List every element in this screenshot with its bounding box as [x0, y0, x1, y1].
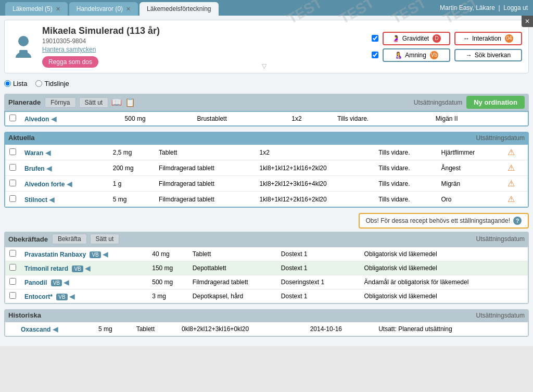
- obekraftade-section: Obekräftade Bekräfta Sätt ut Utsättnings…: [4, 232, 529, 304]
- satt-ut-obekraftade-button[interactable]: Sätt ut: [90, 234, 120, 244]
- amning-badge: Vb: [430, 51, 438, 59]
- tab-handelsvaror[interactable]: Handelsvaror (0) ✕: [69, 2, 138, 16]
- bekrafta-button[interactable]: Bekräfta: [52, 234, 87, 244]
- row-checkbox[interactable]: [9, 292, 16, 299]
- drug-name[interactable]: Entocort*: [24, 293, 53, 300]
- collapse-arrow-icon[interactable]: ▽: [262, 62, 266, 70]
- drug-name[interactable]: Oxascand: [21, 326, 50, 333]
- graviditet-button[interactable]: 🤰 Graviditet D: [383, 32, 450, 45]
- vb-badge: VB: [72, 265, 83, 272]
- user-info: Martin Easy, Läkare | Logga ut: [440, 4, 528, 11]
- row-checkbox[interactable]: [9, 180, 16, 186]
- interaktion-icon: ↔: [463, 35, 469, 42]
- warning-icon: ⚠: [507, 148, 515, 157]
- tab-lakemedelsforteckning[interactable]: Läkemedelsförteckning: [139, 2, 218, 16]
- drug-name[interactable]: Trimonil retard: [24, 265, 68, 272]
- table-row: Alvedon ◀ 500 mg Brustablett 1x2 Tills v…: [5, 112, 528, 125]
- tab-close-icon[interactable]: ✕: [56, 6, 60, 12]
- warning-icon: ⚠: [507, 179, 515, 188]
- arrow-icon: ◀: [67, 180, 72, 188]
- interaktion-button[interactable]: ↔ Interaktion 04: [454, 32, 522, 45]
- patient-name: Mikaela Simulerad (113 år): [42, 26, 160, 36]
- planerade-controls: Förnya Sätt ut 📖 📋: [45, 97, 410, 108]
- drug-name[interactable]: Waran: [24, 149, 43, 157]
- aktuella-table: Waran ◀ 2,5 mg Tablett 1x2 Tills vidare.…: [5, 145, 528, 207]
- obekraftade-controls: Bekräfta Sätt ut: [52, 234, 472, 244]
- ny-ordination-button[interactable]: Ny ordination: [466, 96, 525, 109]
- arrow-icon: ◀: [85, 264, 91, 272]
- tidslinje-radio-label[interactable]: Tidslinje: [35, 80, 69, 87]
- baby-icon: 🤰: [392, 35, 400, 42]
- table-row: Oxascand ◀ 5 mg Tablett 0kl8+2kl12+3kl16…: [5, 322, 528, 336]
- close-panel-button[interactable]: ✕: [522, 16, 533, 27]
- svg-rect-1: [19, 50, 28, 57]
- drug-name[interactable]: Brufen: [24, 165, 45, 172]
- logout-link[interactable]: Logga ut: [503, 4, 528, 11]
- obekraftade-table: Pravastatin Ranbaxy VB ◀ 40 mg Tablett D…: [5, 247, 528, 303]
- row-checkbox[interactable]: [9, 250, 16, 257]
- arrow-icon: ◀: [53, 325, 58, 333]
- sok-biverkan-button[interactable]: → Sök biverkan: [454, 49, 522, 61]
- arrow-icon: ◀: [103, 250, 108, 258]
- obs-help-icon[interactable]: ?: [513, 217, 522, 225]
- obs-notice: Obs! För dessa recept behövs ett ställni…: [359, 213, 529, 229]
- search-icon: →: [466, 52, 472, 59]
- warning-icon: ⚠: [507, 195, 515, 204]
- amning-checkbox[interactable]: [372, 52, 378, 58]
- amning-icon: 🤱: [395, 52, 402, 59]
- table-row: Brufen ◀ 200 mg Filmdragerad tablett 1kl…: [5, 160, 528, 176]
- row-checkbox[interactable]: [9, 264, 16, 271]
- row-checkbox[interactable]: [9, 115, 16, 121]
- drug-name[interactable]: Alvedon forte: [24, 181, 65, 188]
- amning-row: 🤱 Amning Vb → Sök biverkan: [372, 48, 522, 62]
- historiska-table: Oxascand ◀ 5 mg Tablett 0kl8+2kl12+3kl16…: [5, 322, 528, 336]
- obekraftade-right: Utsättningsdatum: [476, 235, 525, 243]
- export-icon[interactable]: 📋: [125, 97, 135, 107]
- table-row: Panodil VB ◀ 500 mg Filmdragerad tablett…: [5, 275, 528, 289]
- samtycken-link[interactable]: Hantera samtycken: [42, 46, 96, 53]
- regga-som-dos-button[interactable]: Regga som dos: [42, 56, 98, 68]
- amning-button[interactable]: 🤱 Amning Vb: [383, 48, 450, 62]
- planerade-right: Utsättningsdatum Ny ordination: [414, 96, 525, 109]
- book-icon[interactable]: 📖: [111, 97, 122, 107]
- aktuella-header: Aktuella Utsättningsdatum: [4, 132, 529, 144]
- patient-icon: [11, 33, 36, 60]
- table-row: Pravastatin Ranbaxy VB ◀ 40 mg Tablett D…: [5, 247, 528, 261]
- obekraftade-label: Obekräftade: [8, 235, 48, 243]
- lista-radio-label[interactable]: Lista: [4, 80, 27, 87]
- row-checkbox[interactable]: [9, 278, 16, 285]
- vb-badge: VB: [51, 280, 62, 286]
- row-checkbox[interactable]: [9, 148, 16, 155]
- row-checkbox[interactable]: [9, 195, 16, 202]
- graviditet-checkbox[interactable]: [372, 35, 378, 42]
- tab-bar: Läkemedel (5) ✕ Handelsvaror (0) ✕ Läkem…: [5, 0, 220, 16]
- obekraftade-notice-area: Obs! För dessa recept behövs ett ställni…: [4, 213, 529, 232]
- historiska-header: Historiska Utsättningsdatum: [4, 309, 529, 321]
- tab-close-icon[interactable]: ✕: [126, 6, 131, 12]
- svg-point-0: [18, 36, 29, 46]
- tab-lakemedel[interactable]: Läkemedel (5) ✕: [5, 2, 68, 16]
- arrow-icon: ◀: [51, 115, 57, 123]
- table-row: Trimonil retard VB ◀ 150 mg Depottablett…: [5, 261, 528, 275]
- drug-name[interactable]: Stilnoct: [24, 196, 47, 204]
- drug-name[interactable]: Panodil: [24, 279, 47, 286]
- main-content: Mikaela Simulerad (113 år) 19010305-9804…: [0, 16, 533, 346]
- table-row: Stilnoct ◀ 5 mg Filmdragerad tablett 1kl…: [5, 192, 528, 207]
- graviditet-row: 🤰 Graviditet D ↔ Interaktion 04: [372, 32, 522, 45]
- satt-ut-button[interactable]: Sätt ut: [79, 97, 109, 108]
- planerade-table: Alvedon ◀ 500 mg Brustablett 1x2 Tills v…: [5, 112, 528, 125]
- aktuella-label: Aktuella: [8, 134, 35, 142]
- historiska-right: Utsättningsdatum: [476, 312, 525, 319]
- fornya-button[interactable]: Förnya: [45, 97, 75, 108]
- row-checkbox[interactable]: [9, 164, 16, 171]
- historiska-section: Historiska Utsättningsdatum Oxascand ◀ 5…: [4, 309, 529, 337]
- vb-badge: VB: [90, 251, 100, 258]
- drug-name[interactable]: Alvedon: [24, 116, 49, 123]
- lista-radio[interactable]: [4, 80, 11, 87]
- aktuella-right: Utsättningsdatum: [476, 134, 525, 142]
- tidslinje-radio[interactable]: [35, 80, 42, 87]
- planerade-table-container: Alvedon ◀ 500 mg Brustablett 1x2 Tills v…: [4, 111, 529, 127]
- drug-name[interactable]: Pravastatin Ranbaxy: [24, 251, 86, 258]
- warning-icon: ⚠: [507, 163, 515, 172]
- vb-badge: VB: [56, 294, 67, 300]
